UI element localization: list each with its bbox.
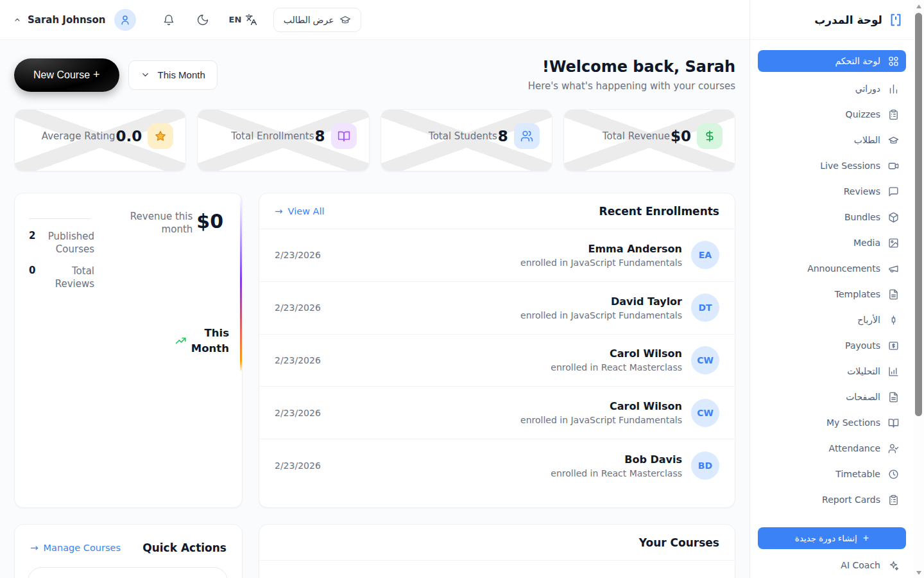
plus-icon: +	[863, 532, 869, 544]
sidebar-item-label: Attendance	[829, 443, 880, 453]
recent-enrollments-panel: Recent Enrollments View All → EA Emma An…	[259, 193, 735, 508]
user-icon	[119, 14, 131, 26]
student-name: Carol Wilson	[520, 400, 682, 412]
sidebar-item-dashboard[interactable]: لوحة التحكم	[758, 50, 906, 72]
user-name[interactable]: Sarah Johnson	[28, 14, 106, 26]
stat-inner: $0 Total Revenue	[603, 123, 723, 149]
enrollment-text: Carol Wilson enrolled in JavaScript Fund…	[520, 400, 682, 425]
language-label: EN	[229, 15, 242, 24]
panel-title: Your Courses	[639, 536, 719, 549]
candlestick-icon	[888, 315, 899, 326]
revenue-value: $0	[196, 212, 223, 299]
sidebar-item-label: الصفحات	[846, 392, 880, 402]
view-all-link[interactable]: View All →	[275, 206, 325, 217]
sidebar-item-label: التحليلات	[847, 366, 880, 376]
notifications-bell-icon[interactable]	[162, 13, 175, 26]
avatar: EA	[691, 241, 719, 269]
file-text-icon	[888, 392, 899, 403]
sidebar-item-payouts[interactable]: Payouts	[758, 333, 906, 358]
megaphone-icon	[888, 263, 899, 274]
sidebar-item-media[interactable]: Media	[758, 230, 906, 256]
sidebar-item-live-sessions[interactable]: Live Sessions	[758, 153, 906, 179]
gradient-accent-line	[240, 195, 242, 371]
quick-action-button[interactable]	[28, 567, 228, 578]
create-course-button[interactable]: + إنشاء دورة جديدة	[758, 527, 906, 549]
chart-legend: This Month	[175, 326, 229, 356]
stat-inner: 8 Total Enrollments	[231, 123, 356, 149]
dark-mode-moon-icon[interactable]	[196, 13, 209, 26]
sidebar-item-behavior[interactable]: Behavior	[758, 512, 906, 519]
enrollment-date: 2/23/2026	[275, 408, 321, 418]
manage-courses-link[interactable]: Manage Courses →	[30, 542, 121, 554]
panel-title: Quick Actions	[142, 541, 227, 554]
avatar[interactable]	[114, 9, 136, 31]
sidebar-item-my-sections[interactable]: My Sections	[758, 410, 906, 435]
legend-label: This Month	[192, 326, 229, 356]
bar-chart-icon	[888, 83, 899, 94]
enrollment-row[interactable]: CW Carol Wilson enrolled in React Master…	[259, 335, 735, 387]
sidebar-item-label: لوحة التحكم	[835, 56, 880, 66]
sidebar-item-my-courses[interactable]: دوراتي	[758, 76, 906, 101]
scrollbar-down-arrow[interactable]	[916, 571, 921, 575]
sidebar-item-bundles[interactable]: Bundles	[758, 204, 906, 230]
mini-stat-value: 2	[29, 230, 35, 241]
stat-label: Total Revenue	[603, 130, 670, 142]
scrollbar-thumb[interactable]	[915, 13, 922, 416]
sidebar-item-quizzes[interactable]: Quizzes	[758, 101, 906, 127]
welcome-block: Welcome back, Sarah! Here's what's happe…	[528, 58, 735, 92]
scrollbar-up-arrow[interactable]	[916, 4, 921, 8]
sidebar-item-templates[interactable]: Templates	[758, 281, 906, 307]
enrollment-row[interactable]: EA Emma Anderson enrolled in JavaScript …	[259, 229, 735, 282]
clipboard-list-icon	[888, 495, 899, 505]
new-course-label: New Course	[33, 69, 90, 81]
avatar: BD	[691, 451, 719, 480]
package-box-icon	[888, 212, 899, 223]
book-open-icon	[888, 417, 899, 428]
window-scrollbar[interactable]	[914, 0, 924, 578]
new-course-button[interactable]: New Course +	[14, 58, 119, 92]
sidebar-item-pages[interactable]: الصفحات	[758, 384, 906, 410]
sidebar-item-report-cards[interactable]: Report Cards	[758, 487, 906, 512]
video-camera-icon	[888, 161, 899, 171]
sidebar-item-label: Quizzes	[846, 109, 880, 119]
enrollment-text: Emma Anderson enrolled in JavaScript Fun…	[520, 243, 682, 268]
stat-label: Total Students	[429, 130, 497, 142]
your-courses-panel: Your Courses	[259, 524, 735, 578]
sidebar-item-label: Timetable	[835, 469, 880, 479]
sidebar-item-ai-coach[interactable]: AI Coach	[758, 552, 906, 578]
enrollment-row[interactable]: DT David Taylor enrolled in JavaScript F…	[259, 282, 735, 335]
brand-brackets-icon	[889, 13, 903, 27]
enrollment-text: Carol Wilson enrolled in React Mastercla…	[551, 347, 682, 372]
main-content: Welcome back, Sarah! Here's what's happe…	[0, 40, 749, 578]
sidebar-item-earnings[interactable]: الأرباح	[758, 307, 906, 333]
arrow-right-icon: →	[30, 542, 38, 554]
language-toggle[interactable]: EN	[229, 13, 257, 26]
file-text-icon	[888, 289, 899, 300]
chart-column-icon	[888, 366, 899, 377]
sidebar-item-timetable[interactable]: Timetable	[758, 461, 906, 487]
enrollment-row[interactable]: CW Carol Wilson enrolled in JavaScript F…	[259, 387, 735, 439]
sidebar-item-label: AI Coach	[841, 560, 880, 570]
student-view-button[interactable]: عرض الطالب	[273, 8, 361, 32]
sidebar-item-announcements[interactable]: Announcements	[758, 256, 906, 281]
image-icon	[888, 238, 899, 249]
student-name: Emma Anderson	[520, 243, 682, 255]
enrollment-date: 2/23/2026	[275, 355, 321, 365]
sidebar-item-attendance[interactable]: Attendance	[758, 435, 906, 461]
stat-inner: 8 Total Students	[429, 123, 540, 149]
sidebar-item-students[interactable]: الطلاب	[758, 127, 906, 153]
revenue-side-stats: Published Courses 2 Total Reviews 0	[29, 210, 123, 299]
enrollment-row[interactable]: BD Bob Davis enrolled in React Mastercla…	[259, 439, 735, 492]
sidebar-header: لوحة المدرب	[750, 0, 914, 40]
stat-card-total-revenue: $0 Total Revenue	[563, 109, 735, 171]
period-dropdown[interactable]: This Month	[128, 60, 218, 90]
sidebar-item-analytics[interactable]: التحليلات	[758, 358, 906, 384]
student-name: Bob Davis	[551, 453, 682, 466]
sidebar-item-label: الطلاب	[854, 135, 880, 145]
mini-stat-label: Published Courses	[35, 230, 94, 256]
sidebar: لوحة المدرب لوحة التحكم دوراتي Quizzes ا…	[749, 0, 914, 578]
sidebar-item-reviews[interactable]: Reviews	[758, 179, 906, 204]
stat-value: 8	[314, 128, 325, 144]
middle-row: Recent Enrollments View All → EA Emma An…	[14, 193, 735, 508]
chevron-up-icon[interactable]	[13, 15, 22, 24]
